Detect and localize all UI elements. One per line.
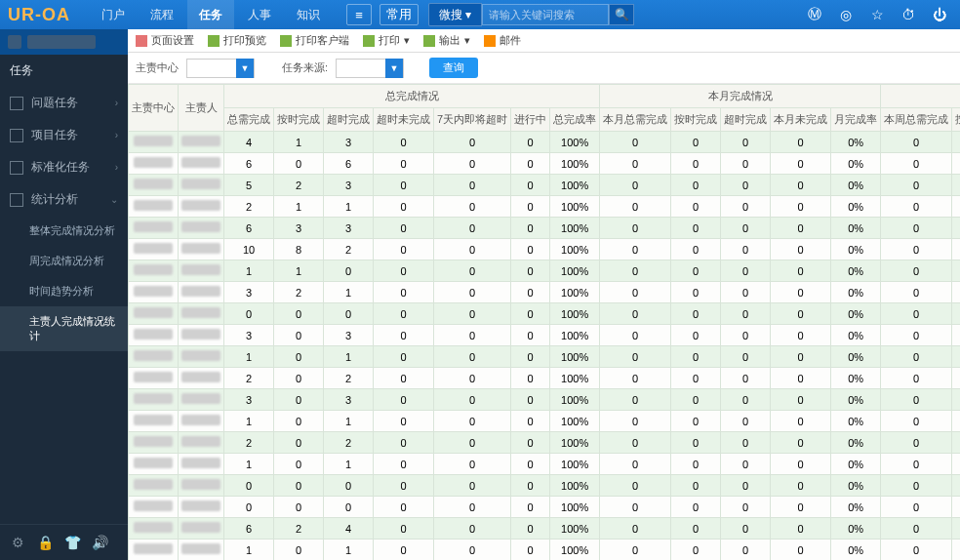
cell-value: 0 — [881, 497, 952, 518]
cell-value: 0 — [671, 389, 721, 411]
sidebar-subitem[interactable]: 主责人完成情况统计 — [0, 306, 128, 351]
cell-value: 6 — [224, 518, 274, 540]
cell-value: 0 — [721, 303, 771, 325]
print-dropdown[interactable]: 打印 ▾ — [363, 33, 410, 48]
cell-value: 0 — [600, 196, 671, 218]
cell-center — [129, 368, 179, 389]
th-sub: 本周总需完成 — [881, 108, 952, 132]
page-setup-button[interactable]: 页面设置 — [136, 33, 194, 48]
query-button[interactable]: 查询 — [429, 58, 478, 78]
cell-value: 0 — [771, 475, 831, 497]
top-util-icon[interactable]: ⏻ — [927, 2, 952, 27]
filter-center-dropdown[interactable]: ▼ — [236, 59, 254, 78]
top-nav-item[interactable]: 任务 — [187, 0, 234, 29]
top-nav-item[interactable]: 知识 — [285, 0, 332, 29]
filter-source-input[interactable] — [337, 60, 385, 77]
cell-value: 0% — [831, 132, 881, 153]
cell-value: 6 — [224, 218, 274, 239]
cell-person — [179, 196, 224, 218]
table-row: 202000100%00000%00000% — [129, 368, 961, 389]
cell-value: 0 — [274, 454, 324, 475]
table-row: 000000100%00000%00000% — [129, 303, 961, 325]
cell-value: 0 — [881, 540, 952, 561]
search-input[interactable] — [482, 4, 609, 25]
search-mode-dropdown[interactable]: 微搜 ▾ — [428, 3, 482, 26]
cell-value: 1 — [324, 282, 374, 303]
cell-value: 0 — [952, 540, 960, 561]
cell-center — [129, 196, 179, 218]
top-nav-item[interactable]: 门户 — [90, 0, 137, 29]
cell-value: 0 — [952, 303, 960, 325]
filter-source-dropdown[interactable]: ▼ — [385, 59, 403, 78]
cell-value: 0 — [511, 475, 550, 497]
cell-value: 0 — [721, 346, 771, 368]
cell-value: 100% — [550, 196, 600, 218]
cell-value: 0 — [511, 518, 550, 540]
cell-value: 100% — [550, 303, 600, 325]
cell-value: 2 — [324, 239, 374, 260]
print-client-button[interactable]: 打印客户端 — [280, 33, 349, 48]
table-container[interactable]: 主责中心 主责人 总完成情况 本月完成情况 本周完成情况 总需完成按时完成超时完… — [128, 84, 960, 560]
th-sub: 超时完成 — [324, 108, 374, 132]
cell-value: 2 — [274, 282, 324, 303]
cell-value: 0 — [671, 132, 721, 153]
top-util-icon[interactable]: ⏱ — [896, 2, 921, 27]
cell-value: 100% — [550, 368, 600, 389]
cell-value: 4 — [324, 518, 374, 540]
top-util-icon[interactable]: ☆ — [864, 2, 890, 27]
sidebar-subitem[interactable]: 时间趋势分析 — [0, 276, 128, 306]
cell-value: 0 — [374, 153, 434, 175]
cell-value: 0 — [600, 475, 671, 497]
sidebar-item[interactable]: 问题任务› — [0, 87, 128, 119]
cell-value: 0 — [721, 260, 771, 282]
top-nav-item[interactable]: 人事 — [236, 0, 283, 29]
cell-value: 0 — [671, 454, 721, 475]
sidebar-subitem[interactable]: 周完成情况分析 — [0, 246, 128, 276]
cell-value: 0 — [434, 239, 511, 260]
cell-value: 100% — [550, 389, 600, 411]
sound-icon[interactable]: 🔊 — [88, 531, 111, 554]
cell-value: 0 — [600, 411, 671, 432]
filter-center-input[interactable] — [187, 60, 236, 77]
sidebar-item[interactable]: 标准化任务› — [0, 151, 128, 183]
settings-icon[interactable]: ⚙ — [6, 531, 29, 554]
sidebar-item[interactable]: 项目任务› — [0, 119, 128, 151]
cell-value: 0 — [881, 282, 952, 303]
export-dropdown[interactable]: 输出 ▾ — [423, 33, 470, 48]
cell-value: 0 — [721, 540, 771, 561]
cell-value: 3 — [324, 132, 374, 153]
search-button[interactable]: 🔍 — [609, 4, 634, 25]
chevron-icon: ⌄ — [110, 194, 118, 205]
top-fav-button[interactable]: 常用 — [380, 4, 419, 25]
cell-value: 100% — [550, 346, 600, 368]
table-row: 1082000100%00000%00000% — [129, 239, 961, 260]
cell-value: 100% — [550, 518, 600, 540]
sidebar-banner — [0, 29, 128, 55]
top-util-icon[interactable]: Ⓜ — [802, 2, 827, 27]
sidebar-subitem[interactable]: 整体完成情况分析 — [0, 216, 128, 246]
lock-icon[interactable]: 🔒 — [33, 531, 57, 554]
cell-value: 0 — [671, 239, 721, 260]
th-sub: 按时完成 — [671, 108, 721, 132]
top-nav-item[interactable]: 流程 — [139, 0, 185, 29]
cell-value: 0 — [511, 540, 550, 561]
cell-value: 0 — [881, 389, 952, 411]
toolbar: 页面设置 打印预览 打印客户端 打印 ▾ 输出 ▾ 邮件 — [128, 29, 960, 53]
cell-value: 0 — [671, 218, 721, 239]
top-menu-button[interactable]: ≡ — [346, 4, 372, 25]
mail-button[interactable]: 邮件 — [484, 33, 521, 48]
print-preview-button[interactable]: 打印预览 — [208, 33, 266, 48]
cell-value: 0 — [952, 411, 960, 432]
cell-value: 0 — [224, 475, 274, 497]
cell-value: 0 — [721, 153, 771, 175]
cell-value: 0 — [952, 346, 960, 368]
shirt-icon[interactable]: 👕 — [60, 531, 84, 554]
cell-value: 0 — [771, 218, 831, 239]
top-util-icon[interactable]: ◎ — [833, 2, 859, 27]
sidebar-item[interactable]: 统计分析⌄ — [0, 183, 128, 216]
cell-center — [129, 282, 179, 303]
cell-person — [179, 411, 224, 432]
cell-value: 1 — [274, 132, 324, 153]
cell-value: 0 — [374, 497, 434, 518]
top-nav: 门户流程任务人事知识 — [90, 0, 332, 29]
